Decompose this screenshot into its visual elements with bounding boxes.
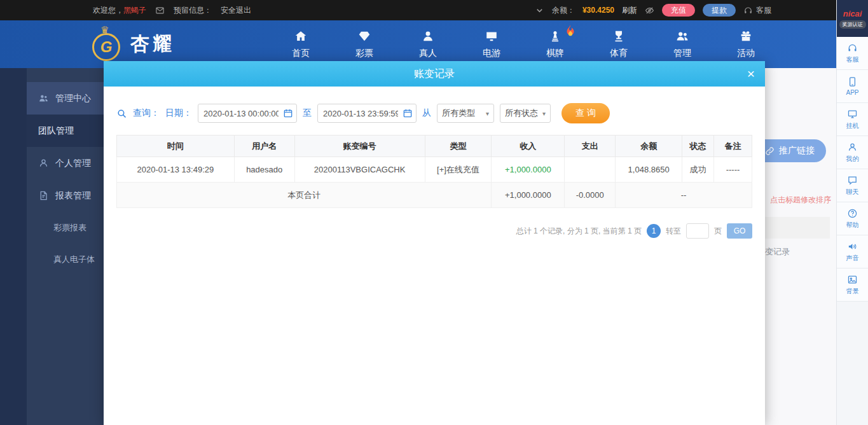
sidebar-item-service[interactable]: 客服 [837, 37, 868, 70]
headset-icon [847, 43, 858, 53]
sidebar-item-label: 我的 [846, 155, 859, 164]
col-header-username[interactable]: 用户名 [234, 136, 294, 157]
headset-icon [743, 6, 753, 15]
sidebar-item-report-management[interactable]: 报表管理 [27, 179, 104, 212]
col-header-type[interactable]: 类型 [425, 136, 492, 157]
sidebar-item-label: 帮助 [846, 221, 859, 230]
nav-item-home[interactable]: 首页 [286, 29, 315, 59]
goto-page-input[interactable] [686, 223, 709, 239]
sidebar-item-label: 真人电子体 [53, 254, 95, 265]
table-header-row: 时间 用户名 账变编号 类型 收入 支出 余额 状态 备注 [117, 136, 752, 157]
col-header-remark[interactable]: 备注 [714, 136, 752, 157]
topbar: 欢迎您， 黑蝎子 预留信息： 安全退出 余额： ¥30.4250 刷新 充值 提… [0, 0, 868, 20]
withdraw-button[interactable]: 提款 [703, 4, 736, 17]
lottery-icon [357, 29, 371, 43]
service-link[interactable]: 客服 [743, 5, 771, 16]
sidebar-item-chat[interactable]: 聊天 [837, 169, 868, 202]
date-to-input[interactable] [317, 104, 417, 123]
nav-item-lottery[interactable]: 彩票 [350, 29, 379, 59]
sidebar-item-sound[interactable]: 声音 [837, 235, 868, 268]
table-summary-row: 本页合计 +1,000.0000 -0.0000 -- [117, 183, 752, 208]
close-icon[interactable]: × [747, 65, 755, 82]
status-select-value: 所有状态 [505, 108, 538, 119]
col-header-expense[interactable]: 支出 [565, 136, 616, 157]
sidebar-item-label: 声音 [846, 254, 859, 263]
goto-label: 转至 [666, 226, 681, 237]
sidebar-item-management-center[interactable]: 管理中心 [27, 82, 104, 115]
sidebar-item-team-management[interactable]: 团队管理 [27, 115, 104, 147]
search-icon [116, 108, 127, 119]
col-header-record-no[interactable]: 账变编号 [294, 136, 425, 157]
type-select-value: 所有类型 [442, 108, 475, 119]
query-bar: 查询： 日期： 至 从 所有类型 ▾ 所有状态 ▾ [116, 103, 752, 123]
status-select[interactable]: 所有状态 ▾ [500, 104, 551, 123]
logo-text: 杏耀 [130, 31, 175, 57]
username-link[interactable]: 黑蝎子 [123, 5, 146, 16]
image-icon [847, 274, 858, 285]
help-icon [847, 208, 858, 219]
gift-icon [739, 29, 753, 43]
col-header-balance[interactable]: 余额 [616, 136, 682, 157]
nav-item-chess[interactable]: 棋牌 [541, 29, 570, 59]
logo-emblem: ♛ G [92, 29, 123, 60]
col-header-income[interactable]: 收入 [492, 136, 565, 157]
sidebar-item-help[interactable]: 帮助 [837, 202, 868, 235]
nav-item-live[interactable]: 真人 [413, 29, 443, 59]
chevron-down-icon[interactable] [535, 6, 544, 15]
account-change-tab-clipped[interactable]: 变记录 [765, 246, 790, 258]
refresh-link[interactable]: 刷新 [622, 5, 637, 16]
sidebar-item-label: 个人管理 [55, 158, 91, 169]
sidebar-item-background[interactable]: 背景 [837, 268, 868, 302]
sidebar-item-live-egame-report[interactable]: 真人电子体 [27, 244, 104, 275]
cell-username: hadesado [234, 157, 294, 183]
document-icon [38, 190, 49, 201]
sidebar-item-label: 管理中心 [55, 93, 91, 104]
speaker-icon [847, 241, 858, 252]
promo-link-label: 推广链接 [779, 145, 815, 157]
type-select[interactable]: 所有类型 ▾ [437, 104, 494, 123]
nav-label: 真人 [419, 48, 437, 59]
sidebar-item-label: 团队管理 [38, 125, 74, 137]
left-sidebar-menu: 管理中心 团队管理 个人管理 报表管理 彩票报表 真人电子体 [27, 82, 104, 275]
col-header-time[interactable]: 时间 [117, 136, 235, 157]
date-from-input[interactable] [198, 104, 297, 123]
logout-link[interactable]: 安全退出 [221, 5, 251, 16]
nav-item-manage[interactable]: 管理 [668, 29, 697, 59]
egame-icon [485, 29, 499, 43]
eye-off-icon[interactable] [645, 6, 654, 15]
account-change-modal: 账变记录 × 查询： 日期： 至 从 [104, 61, 765, 425]
nav-item-sports[interactable]: 体育 [604, 29, 633, 59]
nav-item-activity[interactable]: 活动 [731, 29, 761, 59]
sidebar-item-mine[interactable]: 我的 [837, 136, 868, 169]
cell-type: [+]在线充值 [425, 157, 492, 183]
date-from-wrap [198, 104, 297, 123]
sidebar-item-app[interactable]: APP [837, 70, 868, 103]
chess-icon [548, 29, 562, 43]
trophy-icon [612, 29, 626, 43]
calendar-icon[interactable] [283, 108, 293, 118]
cell-time: 2020-01-13 13:49:29 [117, 157, 235, 183]
sidebar-item-label: 客服 [846, 55, 859, 64]
query-button[interactable]: 查 询 [561, 103, 610, 123]
from-label: 从 [422, 108, 431, 119]
to-label: 至 [303, 108, 312, 119]
welcome-prefix: 欢迎您， [93, 5, 123, 16]
sidebar-item-label: 彩票报表 [53, 222, 86, 233]
page: 欢迎您， 黑蝎子 预留信息： 安全退出 余额： ¥30.4250 刷新 充值 提… [0, 0, 868, 425]
sidebar-item-lottery-report[interactable]: 彩票报表 [27, 212, 104, 244]
calendar-icon[interactable] [403, 108, 413, 118]
nav-label: 电游 [483, 48, 500, 59]
users-icon [38, 93, 49, 104]
col-header-status[interactable]: 状态 [682, 136, 714, 157]
page-number-button[interactable]: 1 [647, 224, 661, 238]
sidebar-item-hangup[interactable]: 挂机 [837, 103, 868, 136]
sidebar-item-personal-management[interactable]: 个人管理 [27, 147, 104, 179]
recharge-button[interactable]: 充值 [662, 4, 695, 17]
go-button[interactable]: GO [727, 223, 752, 239]
sidebar-item-label: 报表管理 [55, 190, 91, 202]
nav-item-egame[interactable]: 电游 [477, 29, 506, 59]
welcome-text: 欢迎您， 黑蝎子 [93, 5, 146, 16]
account-change-table: 时间 用户名 账变编号 类型 收入 支出 余额 状态 备注 2020-01-13… [116, 135, 752, 208]
envelope-icon[interactable] [155, 6, 165, 15]
logo-letter: G [92, 33, 120, 61]
